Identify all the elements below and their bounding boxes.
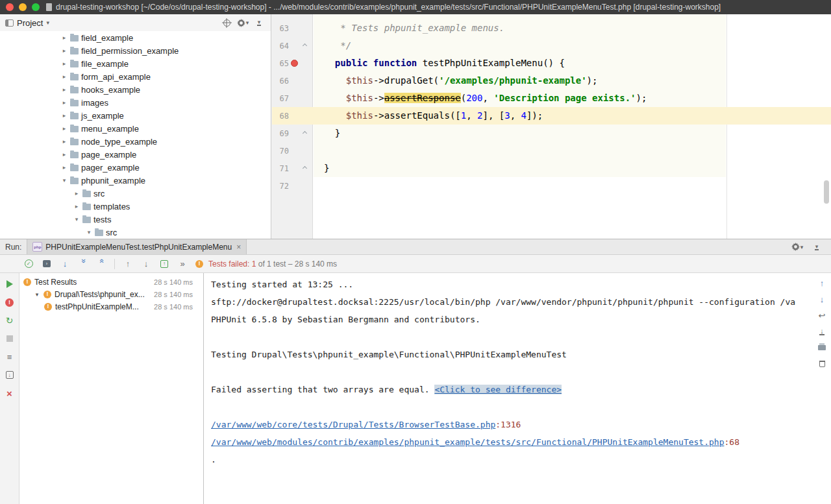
editor-line[interactable]: 63 * Tests phpunit_example menus. xyxy=(272,19,831,37)
chevron-right-icon[interactable]: ▸ xyxy=(61,151,68,158)
chevron-down-icon[interactable]: ▾ xyxy=(34,291,40,298)
chevron-down-icon[interactable]: ▾ xyxy=(61,177,68,184)
soft-wrap-button[interactable]: ↩ xyxy=(817,311,827,320)
line-number[interactable]: 66 xyxy=(272,77,289,86)
project-tree-item[interactable]: ▸pager_example xyxy=(0,161,271,174)
show-ignored-button[interactable]: › xyxy=(42,259,52,269)
editor-line[interactable]: 67 $this->assertResponse(200, 'Descripti… xyxy=(272,90,831,107)
chevron-down-icon[interactable]: ▾ xyxy=(46,19,49,26)
import-test-results-button[interactable]: ↑ xyxy=(159,259,169,269)
chevron-down-icon[interactable]: ▾ xyxy=(86,229,92,235)
clear-console-button[interactable] xyxy=(817,359,827,368)
gear-icon[interactable]: ▾ xyxy=(236,16,249,29)
project-tree-item[interactable]: ▸images xyxy=(0,96,271,109)
project-tree-item[interactable]: ▾src xyxy=(0,226,271,239)
line-number[interactable]: 67 xyxy=(272,94,289,103)
chevron-right-icon[interactable]: ▸ xyxy=(73,203,80,210)
fold-marker-icon[interactable] xyxy=(302,43,306,48)
project-tree-item[interactable]: ▸hooks_example xyxy=(0,83,271,96)
project-tree-item[interactable]: ▸page_example xyxy=(0,148,271,161)
project-tree-item[interactable]: ▸field_permission_example xyxy=(0,44,271,57)
editor-line[interactable]: 68 $this->assertEquals([1, 2], [3, 4]); xyxy=(272,107,831,125)
test-history-button[interactable]: ≡ xyxy=(5,352,15,361)
close-window-button[interactable] xyxy=(6,3,14,11)
more-options-chevron[interactable]: » xyxy=(177,259,188,269)
test-marker-icon[interactable] xyxy=(291,60,298,67)
editor-line[interactable]: 71} xyxy=(272,160,831,177)
expand-all-button[interactable]: » xyxy=(78,259,88,269)
chevron-right-icon[interactable]: ▸ xyxy=(61,125,68,132)
scroll-to-end-button[interactable]: ↓ xyxy=(817,327,827,336)
chevron-right-icon[interactable]: ▸ xyxy=(61,73,68,80)
export-test-results-button[interactable]: ↓ xyxy=(5,370,15,379)
line-number[interactable]: 70 xyxy=(272,147,289,156)
project-tree-item[interactable]: ▸form_api_example xyxy=(0,70,271,83)
fold-marker-icon[interactable] xyxy=(302,166,306,171)
project-tree-item[interactable]: ▸file_example xyxy=(0,57,271,70)
project-tree-item[interactable]: ▾tests xyxy=(0,213,271,226)
project-tree-item[interactable]: ▸templates xyxy=(0,200,271,213)
console-panel[interactable]: Testing started at 13:25 ...sftp://docke… xyxy=(204,273,831,504)
chevron-right-icon[interactable]: ▸ xyxy=(61,164,68,171)
minimize-window-button[interactable] xyxy=(19,3,27,11)
editor-line[interactable]: 65 public function testPhpUnitExampleMen… xyxy=(272,54,831,72)
project-tree-item[interactable]: ▾phpunit_example xyxy=(0,174,271,187)
file-link[interactable]: /var/www/web/modules/contrib/examples/ph… xyxy=(211,437,725,447)
chevron-right-icon[interactable]: ▸ xyxy=(61,86,68,93)
chevron-down-icon[interactable]: ▾ xyxy=(73,216,80,222)
rerun-button[interactable] xyxy=(5,280,15,289)
zoom-window-button[interactable] xyxy=(32,3,40,11)
print-button[interactable] xyxy=(817,343,827,352)
project-panel-title[interactable]: Project xyxy=(17,18,43,28)
hide-panel-button[interactable]: ▾ xyxy=(253,16,266,29)
line-number[interactable]: 69 xyxy=(272,129,289,138)
editor-line[interactable]: 64 */ xyxy=(272,37,831,54)
close-panel-button[interactable]: × xyxy=(5,389,15,398)
hide-toolwindow-button[interactable]: ▾ xyxy=(810,241,823,254)
line-number[interactable]: 68 xyxy=(272,112,289,121)
collapse-all-button[interactable]: « xyxy=(96,259,106,269)
previous-failed-test-button[interactable]: ↑ xyxy=(123,259,133,269)
line-number[interactable]: 63 xyxy=(272,24,289,33)
chevron-right-icon[interactable]: ▸ xyxy=(61,47,68,54)
file-link[interactable]: /var/www/web/core/tests/Drupal/Tests/Bro… xyxy=(211,420,495,429)
line-number[interactable]: 72 xyxy=(272,182,289,191)
editor-line[interactable]: 69 } xyxy=(272,125,831,142)
toggle-auto-test-button[interactable]: ↻ xyxy=(5,316,15,325)
chevron-right-icon[interactable]: ▸ xyxy=(61,99,68,106)
test-tree-item[interactable]: !Test Results28 s 140 ms xyxy=(19,276,203,288)
run-tab[interactable]: php PHPUnitExampleMenuTest.testPhpUnitEx… xyxy=(27,239,247,254)
chevron-right-icon[interactable]: ▸ xyxy=(61,34,68,41)
test-tree-item[interactable]: ▾!Drupal\Tests\phpunit_ex...28 s 140 ms xyxy=(19,288,203,300)
project-tree-item[interactable]: ▸menu_example xyxy=(0,122,271,135)
show-passed-button[interactable]: ✓ xyxy=(23,259,34,269)
close-icon[interactable]: × xyxy=(236,243,241,252)
fold-marker-icon[interactable] xyxy=(302,131,306,136)
chevron-right-icon[interactable]: ▸ xyxy=(61,60,68,67)
up-stacktrace-button[interactable]: ↑ xyxy=(817,278,827,287)
line-number[interactable]: 65 xyxy=(272,59,289,68)
gear-icon[interactable]: ▾ xyxy=(791,241,804,254)
test-tree-item[interactable]: !testPhpUnitExampleM...28 s 140 ms xyxy=(19,300,203,313)
line-number[interactable]: 64 xyxy=(272,42,289,51)
project-tree-item[interactable]: ▸node_type_example xyxy=(0,135,271,148)
chevron-right-icon[interactable]: ▸ xyxy=(61,138,68,145)
project-tree-item[interactable]: ▸js_example xyxy=(0,109,271,122)
sort-by-duration-button[interactable]: ↓ xyxy=(60,259,70,269)
line-number[interactable]: 71 xyxy=(272,164,289,173)
next-failed-test-button[interactable]: ↓ xyxy=(141,259,151,269)
rerun-failed-tests-button[interactable]: ! xyxy=(5,298,15,307)
project-tree-item[interactable]: ▸src xyxy=(0,187,271,200)
down-stacktrace-button[interactable]: ↓ xyxy=(817,294,827,304)
project-tree-item[interactable]: ▸field_example xyxy=(0,31,271,44)
editor[interactable]: 63 * Tests phpunit_example menus.64 */65… xyxy=(272,14,831,239)
view-diff-link[interactable]: <Click to see difference> xyxy=(434,385,562,394)
locate-file-button[interactable] xyxy=(220,16,233,29)
chevron-right-icon[interactable]: ▸ xyxy=(73,190,80,197)
editor-line[interactable]: 70 xyxy=(272,142,831,160)
editor-line[interactable]: 66 $this->drupalGet('/examples/phpunit-e… xyxy=(272,72,831,90)
editor-scrollbar[interactable] xyxy=(824,180,829,204)
chevron-right-icon[interactable]: ▸ xyxy=(61,112,68,119)
editor-line[interactable]: 72 xyxy=(272,177,831,195)
stop-button[interactable] xyxy=(5,334,15,343)
